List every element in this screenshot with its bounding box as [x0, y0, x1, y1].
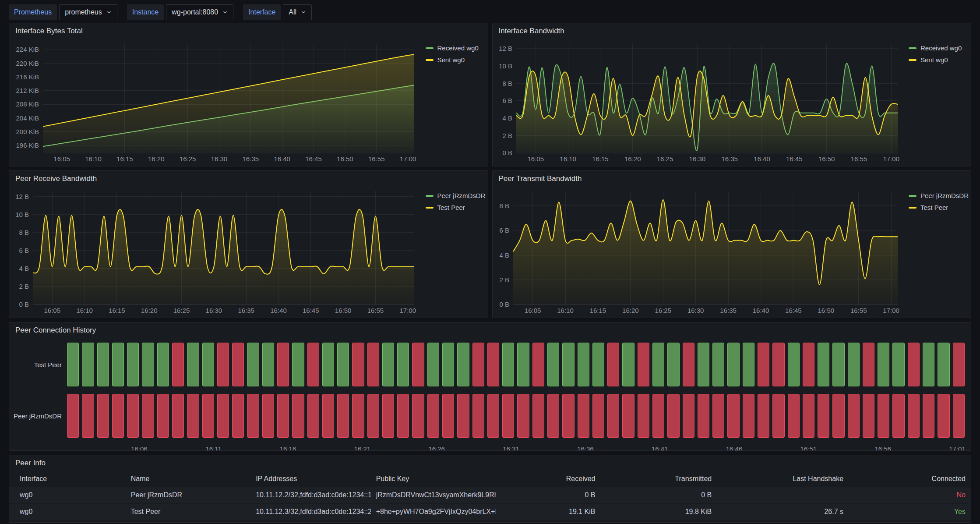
status-bar-disconnected[interactable]: [172, 343, 184, 386]
status-bar-disconnected[interactable]: [487, 343, 499, 386]
legend-item[interactable]: Test Peer: [909, 204, 967, 211]
panel-header[interactable]: Interface Bandwidth: [493, 23, 971, 39]
status-bar-disconnected[interactable]: [818, 394, 829, 438]
status-bar-disconnected[interactable]: [82, 394, 94, 438]
status-bar-disconnected[interactable]: [172, 394, 184, 438]
status-bar-disconnected[interactable]: [262, 394, 274, 438]
status-bar-connected[interactable]: [938, 343, 949, 386]
status-bar-disconnected[interactable]: [352, 343, 364, 386]
status-bar-disconnected[interactable]: [67, 394, 79, 438]
status-bar-disconnected[interactable]: [892, 394, 904, 438]
status-bar-disconnected[interactable]: [803, 343, 814, 386]
status-bar-disconnected[interactable]: [322, 394, 334, 438]
time-series-chart[interactable]: 0 B2 B4 B6 B8 B16:0516:1016:1516:2016:25…: [495, 187, 902, 316]
status-bar-connected[interactable]: [698, 343, 709, 386]
status-bar-disconnected[interactable]: [578, 394, 589, 438]
table-column-header[interactable]: Last Handshake: [717, 471, 849, 487]
status-bar-connected[interactable]: [157, 343, 169, 386]
status-bar-connected[interactable]: [652, 343, 664, 386]
status-bar-disconnected[interactable]: [367, 394, 379, 438]
status-bar-disconnected[interactable]: [698, 394, 709, 438]
panel-header[interactable]: Interface Bytes Total: [9, 23, 488, 39]
status-bar-disconnected[interactable]: [307, 343, 319, 386]
status-bar-disconnected[interactable]: [517, 394, 529, 438]
status-bar-connected[interactable]: [67, 343, 79, 386]
status-bar-disconnected[interactable]: [683, 343, 694, 386]
status-bar-disconnected[interactable]: [472, 343, 484, 386]
table-column-header[interactable]: Public Key: [371, 471, 496, 487]
status-bar-disconnected[interactable]: [832, 394, 844, 438]
status-bar-connected[interactable]: [818, 343, 829, 386]
status-bar-disconnected[interactable]: [863, 394, 874, 438]
panel-title[interactable]: Peer Connection History: [15, 326, 96, 335]
status-bar-disconnected[interactable]: [307, 394, 319, 438]
panel-title[interactable]: Peer Info: [15, 459, 46, 467]
status-bar-disconnected[interactable]: [607, 394, 619, 438]
legend-item[interactable]: Sent wg0: [909, 56, 967, 64]
table-column-header[interactable]: Interface: [9, 471, 126, 487]
status-bar-disconnected[interactable]: [532, 343, 544, 386]
legend-item[interactable]: Peer jRzmDsDR: [426, 192, 484, 199]
status-bar-disconnected[interactable]: [772, 394, 784, 438]
panel-title[interactable]: Interface Bytes Total: [15, 27, 83, 35]
status-bar-disconnected[interactable]: [412, 343, 424, 386]
status-bar-disconnected[interactable]: [487, 394, 499, 438]
status-bar-disconnected[interactable]: [232, 394, 244, 438]
legend-item[interactable]: Test Peer: [426, 204, 484, 211]
status-bar-disconnected[interactable]: [232, 343, 244, 386]
status-bar-disconnected[interactable]: [457, 394, 469, 438]
status-bar-disconnected[interactable]: [592, 394, 604, 438]
status-bar-connected[interactable]: [547, 343, 559, 386]
status-bar-disconnected[interactable]: [638, 394, 649, 438]
status-bar-connected[interactable]: [923, 343, 934, 386]
legend-item[interactable]: Peer jRzmDsDR: [909, 192, 967, 199]
panel-header[interactable]: Peer Transmit Bandwidth: [493, 171, 971, 187]
status-bar-disconnected[interactable]: [187, 394, 199, 438]
status-bar-disconnected[interactable]: [502, 394, 514, 438]
status-bar-disconnected[interactable]: [938, 394, 949, 438]
status-bar-disconnected[interactable]: [547, 394, 559, 438]
status-bar-connected[interactable]: [788, 343, 800, 386]
panel-header[interactable]: Peer Info: [9, 455, 971, 471]
status-bar-disconnected[interactable]: [923, 394, 934, 438]
status-bar-disconnected[interactable]: [427, 394, 439, 438]
status-bar-disconnected[interactable]: [638, 343, 649, 386]
status-bar-disconnected[interactable]: [142, 394, 154, 438]
status-bar-disconnected[interactable]: [352, 394, 364, 438]
status-bar-disconnected[interactable]: [532, 394, 544, 438]
legend-item[interactable]: Sent wg0: [426, 56, 484, 64]
status-bar-disconnected[interactable]: [878, 394, 889, 438]
status-bar-connected[interactable]: [622, 343, 634, 386]
status-bar-connected[interactable]: [82, 343, 94, 386]
table-column-header[interactable]: Connected: [849, 471, 971, 487]
status-bar-connected[interactable]: [247, 343, 259, 386]
panel-header[interactable]: Peer Connection History: [9, 322, 971, 338]
status-bar-disconnected[interactable]: [337, 394, 349, 438]
panel-title[interactable]: Peer Transmit Bandwidth: [499, 174, 582, 183]
status-bar-disconnected[interactable]: [247, 394, 259, 438]
status-bar-disconnected[interactable]: [562, 394, 574, 438]
status-bar-disconnected[interactable]: [712, 394, 724, 438]
variable-dropdown-interface[interactable]: All: [283, 4, 312, 20]
status-bar-connected[interactable]: [457, 343, 469, 386]
legend-item[interactable]: Received wg0: [426, 44, 484, 52]
time-series-chart[interactable]: 0 B2 B4 B6 B8 B10 B12 B16:0516:1016:1516…: [495, 39, 902, 164]
status-bar-disconnected[interactable]: [848, 394, 860, 438]
status-bar-disconnected[interactable]: [382, 394, 394, 438]
status-bar-connected[interactable]: [878, 343, 889, 386]
status-bar-connected[interactable]: [848, 343, 860, 386]
status-bar-connected[interactable]: [562, 343, 574, 386]
status-bar-disconnected[interactable]: [622, 394, 634, 438]
status-bar-connected[interactable]: [442, 343, 454, 386]
panel-header[interactable]: Peer Receive Bandwidth: [9, 171, 488, 187]
status-bar-disconnected[interactable]: [202, 394, 214, 438]
status-bar-connected[interactable]: [592, 343, 604, 386]
status-bar-connected[interactable]: [517, 343, 529, 386]
status-bar-disconnected[interactable]: [683, 394, 694, 438]
status-bar-connected[interactable]: [142, 343, 154, 386]
status-bar-disconnected[interactable]: [727, 394, 739, 438]
status-bar-connected[interactable]: [892, 343, 904, 386]
status-bar-disconnected[interactable]: [412, 394, 424, 438]
status-bar-connected[interactable]: [397, 343, 409, 386]
status-bar-disconnected[interactable]: [112, 394, 124, 438]
